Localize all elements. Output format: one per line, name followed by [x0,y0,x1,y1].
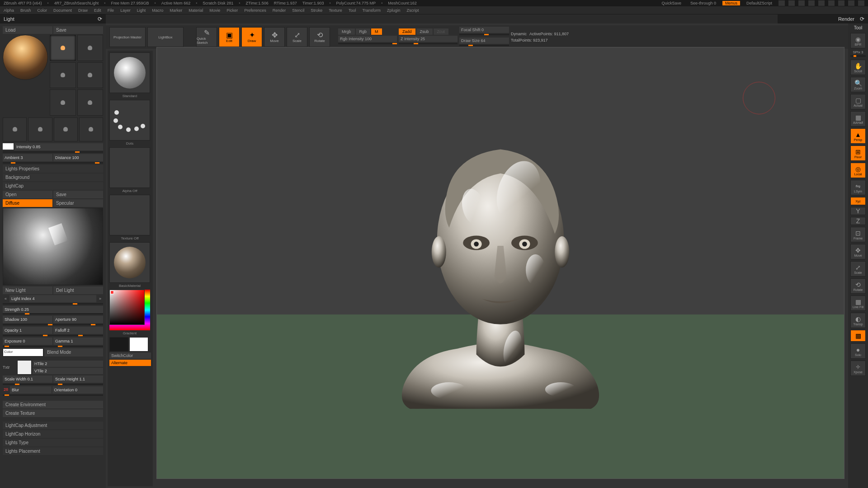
zsub-button[interactable]: Zsub [416,28,433,35]
save-lightcap-button[interactable]: Save [53,191,103,198]
close-icon[interactable] [858,0,864,6]
lights-placement-header[interactable]: Lights Placement [3,447,103,455]
zadd-button[interactable]: Zadd [399,28,415,35]
menu-texture[interactable]: Texture [329,8,342,13]
switch-color-button[interactable]: SwitchColor [109,352,151,359]
aperture-slider[interactable]: Aperture 90 [53,316,103,323]
diffuse-tab[interactable]: Diffuse [3,199,52,207]
texture-thumb[interactable] [17,360,32,375]
reload-icon[interactable]: ⟳ [98,16,102,22]
projection-master-button[interactable]: Projection Master [109,27,146,47]
menu-layer[interactable]: Layer [120,8,131,13]
menu-light[interactable]: Light [137,8,146,13]
gamma-slider[interactable]: Gamma 1 [53,338,103,345]
light-slot[interactable] [77,89,104,116]
blend-mode-button[interactable]: Blend Mode [44,348,103,357]
del-light-button[interactable]: Del Light [53,286,103,294]
lsym-button[interactable]: ⇋LSym [850,180,866,195]
bpr-button[interactable]: ◉BPR [850,33,866,48]
z-button[interactable]: Z [850,217,866,225]
orientation-slider[interactable]: Orientation 0 [52,386,103,394]
background-header[interactable]: Background [3,174,103,181]
menu-macro[interactable]: Macro [152,8,163,13]
local-button[interactable]: ◎Local [850,163,866,178]
light-slot[interactable] [3,117,27,141]
tool-palette-label[interactable]: Tool [854,25,862,30]
menu-stencil[interactable]: Stencil [292,8,304,13]
light-index-slider[interactable]: Light Index 4 [9,295,96,302]
new-light-button[interactable]: New Light [3,286,52,294]
specular-tab[interactable]: Specular [53,199,103,207]
lightcap-header[interactable]: LightCap [3,182,103,190]
htile-slider[interactable]: HTile 2 [33,361,103,367]
window-icon[interactable] [778,0,785,6]
light-slot[interactable] [50,62,76,89]
lights-properties-header[interactable]: Lights Properties [3,165,103,173]
light-slot[interactable] [79,117,103,141]
lightcap-preview[interactable] [3,208,103,285]
menu-edit[interactable]: Edit [94,8,101,13]
window-icon[interactable] [828,0,835,6]
menu-color[interactable]: Color [38,8,47,13]
light-color-swatch[interactable] [3,143,14,150]
seethrough-slider[interactable]: See-through 0 [688,1,719,5]
menu-tool[interactable]: Tool [349,8,356,13]
menu-zplugin[interactable]: Zplugin [387,8,401,13]
light-slot[interactable] [50,89,76,116]
create-environment-button[interactable]: Create Environment [3,401,103,408]
edit-mode-button[interactable]: ▣Edit [219,27,240,47]
menus-toggle[interactable]: Menus [722,1,740,5]
menu-picker[interactable]: Picker [226,8,238,13]
light-slot[interactable] [50,35,76,61]
menu-file[interactable]: File [108,8,114,13]
spix-slider[interactable]: SPix 3 [853,50,863,54]
falloff-slider[interactable]: Falloff 2 [53,327,103,334]
zcut-button[interactable]: Zcut [434,28,449,35]
menu-alpha[interactable]: Alpha [4,8,14,13]
transp-button[interactable]: ◐Transp [850,313,866,328]
menu-stroke[interactable]: Stroke [311,8,322,13]
scale-width-slider[interactable]: Scale Width 0.1 [3,375,52,383]
color-swatch[interactable]: Color [3,348,43,357]
rotate-nav-button[interactable]: ⟲Rotate [850,278,866,294]
shadow-slider[interactable]: Shadow 100 [3,316,52,323]
opacity-slider[interactable]: Opacity 1 [3,327,52,334]
open-button[interactable]: Open [3,191,52,198]
menu-draw[interactable]: Draw [78,8,88,13]
window-icon[interactable] [808,0,815,6]
light-direction-sphere[interactable] [3,35,48,80]
lightcap-horizon-header[interactable]: LightCap Horizon [3,430,103,438]
menu-material[interactable]: Material [189,8,203,13]
move-mode-button[interactable]: ✥Move [264,27,285,47]
z-intensity-slider[interactable]: Z Intensity 25 [399,36,458,42]
next-light-icon[interactable]: » [97,296,103,301]
lightbox-button[interactable]: LightBox [147,27,184,47]
minimize-icon[interactable] [838,0,844,6]
palette-header-light[interactable]: Light ⟳ [0,14,106,23]
linefill-button[interactable]: ▦Line Fill [850,296,866,311]
scale-mode-button[interactable]: ⤢Scale [287,27,307,47]
persp-button[interactable]: ▲Persp [850,128,866,144]
y-button[interactable]: Y [850,207,866,215]
material-thumb[interactable] [109,242,150,283]
floor-button[interactable]: ⊞Floor [850,145,866,161]
xpose-button[interactable]: ✧Xpose [850,361,866,376]
scale-height-slider[interactable]: Scale Height 1.1 [53,375,103,383]
scroll-button[interactable]: ✋Scroll [850,60,866,75]
maximize-icon[interactable] [848,0,854,6]
exposure-slider[interactable]: Exposure 0 [3,338,52,345]
texture-thumb[interactable] [109,195,150,235]
load-button[interactable]: Load [3,26,52,34]
save-button[interactable]: Save [53,26,103,34]
quick-sketch-button[interactable]: ✎Quick Sketch [196,27,217,47]
draw-mode-button[interactable]: ✦Draw [241,27,262,47]
lights-type-header[interactable]: Lights Type [3,439,103,446]
color-picker[interactable] [109,290,150,330]
stroke-thumb[interactable] [109,100,150,141]
aahalf-button[interactable]: ▦AAHalf [850,111,866,127]
frame-button[interactable]: ⊡Frame [850,227,866,242]
render-palette[interactable]: Render [838,16,854,22]
move-nav-button[interactable]: ✥Move [850,244,866,259]
window-icon[interactable] [818,0,825,6]
lightcap-adjustment-header[interactable]: LightCap Adjustment [3,422,103,429]
